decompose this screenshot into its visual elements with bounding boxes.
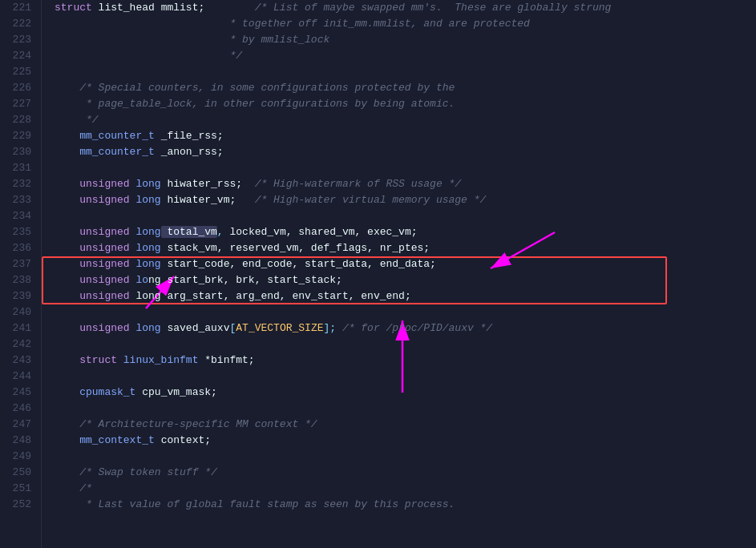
code-token-type: cpumask_t bbox=[55, 386, 135, 398]
code-token-comment: */ bbox=[55, 114, 99, 126]
code-line bbox=[55, 160, 756, 176]
code-token-var: total_vm bbox=[161, 226, 217, 238]
code-line bbox=[55, 304, 756, 320]
code-line: * together off init_mm.mmlist, and are p… bbox=[55, 16, 756, 32]
line-number: 223 bbox=[10, 32, 31, 48]
code-line: unsigned long saved_auxv[AT_VECTOR_SIZE]… bbox=[55, 320, 756, 336]
code-content: struct list_head mmlist; /* List of mayb… bbox=[42, 0, 756, 548]
code-token-type: lo bbox=[130, 274, 148, 286]
code-line: unsigned long start_brk, brk, start_stac… bbox=[55, 272, 756, 288]
code-token-type: mm_counter_t bbox=[55, 146, 155, 158]
line-number: 221 bbox=[10, 0, 31, 16]
code-line: * Last value of global fault stamp as se… bbox=[55, 497, 756, 513]
code-line: * by mmlist_lock bbox=[55, 32, 756, 48]
code-token-comment: /* for /proc/PID/auxv */ bbox=[336, 322, 492, 334]
code-line: * page_table_lock, in other configuratio… bbox=[55, 96, 756, 112]
line-number: 234 bbox=[10, 208, 31, 224]
code-token-kw: unsigned bbox=[55, 194, 130, 206]
code-token-comment: /* bbox=[55, 482, 92, 494]
code-token-var: *binfmt; bbox=[198, 354, 254, 366]
code-line: mm_context_t context; bbox=[55, 433, 756, 449]
line-number: 246 bbox=[10, 401, 31, 417]
code-token-comment: * Last value of global fault stamp as se… bbox=[55, 498, 455, 510]
line-number: 232 bbox=[10, 176, 31, 192]
code-line: /* bbox=[55, 481, 756, 497]
line-number: 248 bbox=[10, 433, 31, 449]
code-token-kw: unsigned bbox=[55, 242, 130, 254]
line-number: 252 bbox=[10, 497, 31, 513]
line-number: 231 bbox=[10, 160, 31, 176]
line-number: 229 bbox=[10, 128, 31, 144]
line-number: 226 bbox=[10, 80, 31, 96]
code-line: cpumask_t cpu_vm_mask; bbox=[55, 385, 756, 401]
code-token-comment: */ bbox=[55, 50, 242, 62]
code-token-comment: /* Special counters, in some configurati… bbox=[55, 82, 455, 94]
code-token-type: mm_counter_t bbox=[55, 130, 155, 142]
code-line: unsigned long arg_start, arg_end, env_st… bbox=[55, 288, 756, 304]
code-token-comment: * by mmlist_lock bbox=[55, 34, 329, 46]
code-token-var: start_code, end_code, start_data, end_da… bbox=[161, 258, 436, 270]
code-line: struct linux_binfmt *binfmt; bbox=[55, 353, 756, 369]
line-number: 250 bbox=[10, 465, 31, 481]
code-line bbox=[55, 369, 756, 385]
line-number-gutter: 2212222232242252262272282292302312322332… bbox=[0, 0, 42, 548]
line-number: 224 bbox=[10, 48, 31, 64]
code-line: /* Architecture-specific MM context */ bbox=[55, 417, 756, 433]
line-number: 222 bbox=[10, 16, 31, 32]
code-token-var: _anon_rss; bbox=[155, 146, 224, 158]
code-token-comment: /* Architecture-specific MM context */ bbox=[55, 418, 317, 430]
code-token-type: long bbox=[130, 194, 161, 206]
code-token-kw: unsigned bbox=[55, 178, 130, 190]
code-token-var: stack_vm, reserved_vm, def_flags, nr_pte… bbox=[161, 242, 430, 254]
line-number: 235 bbox=[10, 224, 31, 240]
code-token-type: long bbox=[130, 226, 161, 238]
code-token-kw: unsigned bbox=[55, 258, 130, 270]
code-token-var: hiwater_vm; bbox=[161, 194, 237, 206]
code-token-var2: rg_end, env_start, env_end; bbox=[242, 290, 411, 302]
line-number: 247 bbox=[10, 417, 31, 433]
line-number: 233 bbox=[10, 192, 31, 208]
code-token-var: _file_rss; bbox=[155, 130, 224, 142]
code-token-var: list_head mmlist; bbox=[92, 2, 204, 14]
code-line: */ bbox=[55, 112, 756, 128]
code-line bbox=[55, 64, 756, 80]
code-token-var: cpu_vm_mask; bbox=[135, 386, 216, 398]
line-number: 241 bbox=[10, 320, 31, 336]
code-line: unsigned long stack_vm, reserved_vm, def… bbox=[55, 240, 756, 256]
code-token-punct: ]; bbox=[324, 322, 337, 334]
code-line: /* Swap token stuff */ bbox=[55, 465, 756, 481]
code-line: struct list_head mmlist; /* List of mayb… bbox=[55, 0, 756, 16]
code-line bbox=[55, 208, 756, 224]
line-number: 245 bbox=[10, 385, 31, 401]
line-number: 230 bbox=[10, 144, 31, 160]
code-token-comment: /* Swap token stuff */ bbox=[55, 466, 217, 478]
code-token-macro: AT_VECTOR_SIZE bbox=[236, 322, 323, 334]
code-token-var: hiwater_rss; bbox=[161, 178, 242, 190]
code-token-var: locked_vm, shared_vm, exec_vm; bbox=[224, 226, 418, 238]
code-token-punct: , bbox=[217, 226, 224, 238]
code-line: unsigned long total_vm, locked_vm, share… bbox=[55, 224, 756, 240]
code-token-comment: /* List of maybe swapped mm's. These are… bbox=[204, 2, 611, 14]
line-number: 236 bbox=[10, 240, 31, 256]
code-line: unsigned long hiwater_vm; /* High-water … bbox=[55, 192, 756, 208]
line-number: 243 bbox=[10, 353, 31, 369]
code-token-type: long bbox=[130, 258, 161, 270]
code-token-kw: unsigned bbox=[55, 274, 130, 286]
line-number: 237 bbox=[10, 256, 31, 272]
code-line: unsigned long hiwater_rss; /* High-water… bbox=[55, 176, 756, 192]
code-token-kw: struct bbox=[55, 2, 92, 14]
line-number: 251 bbox=[10, 481, 31, 497]
code-line: mm_counter_t _anon_rss; bbox=[55, 144, 756, 160]
code-line: mm_counter_t _file_rss; bbox=[55, 128, 756, 144]
code-editor: 2212222232242252262272282292302312322332… bbox=[0, 0, 756, 548]
code-token-comment: * together off init_mm.mmlist, and are p… bbox=[55, 18, 530, 30]
code-token-comment: /* High-water virtual memory usage */ bbox=[236, 194, 486, 206]
code-token-kw: unsigned bbox=[55, 226, 130, 238]
code-token-var: ng start_brk, b bbox=[148, 274, 242, 286]
line-number: 249 bbox=[10, 449, 31, 465]
code-line: unsigned long start_code, end_code, star… bbox=[55, 256, 756, 272]
code-token-kw: unsigned bbox=[55, 322, 130, 334]
code-token-kw: struct bbox=[55, 354, 117, 366]
code-line bbox=[55, 401, 756, 417]
line-number: 228 bbox=[10, 112, 31, 128]
